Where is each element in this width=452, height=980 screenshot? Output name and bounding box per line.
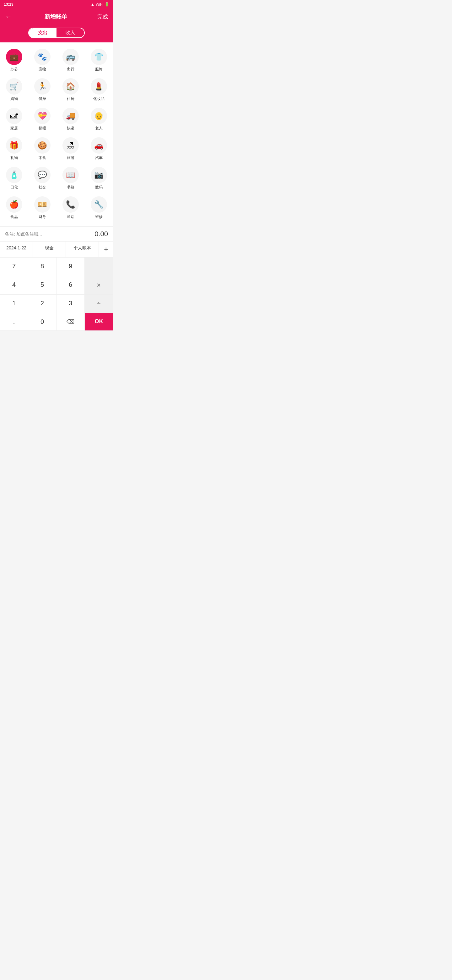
digital-label: 数码 bbox=[95, 185, 103, 190]
category-item-food[interactable]: 🍎食品 bbox=[0, 193, 28, 223]
food-label: 食品 bbox=[10, 214, 18, 220]
category-item-gift[interactable]: 🎁礼物 bbox=[0, 134, 28, 164]
category-item-cosmetics[interactable]: 💄化妆品 bbox=[85, 75, 113, 105]
snack-icon: 🍪 bbox=[34, 137, 51, 154]
repair-icon: 🔧 bbox=[91, 196, 107, 213]
num-btn-2[interactable]: 2 bbox=[28, 294, 57, 313]
category-item-repair[interactable]: 🔧维修 bbox=[85, 193, 113, 223]
clothing-label: 服饰 bbox=[95, 67, 103, 72]
finance-label: 财务 bbox=[39, 214, 46, 220]
pet-icon: 🐾 bbox=[34, 49, 51, 65]
social-label: 社交 bbox=[39, 185, 46, 190]
num-btn-4[interactable]: 4 bbox=[0, 276, 28, 294]
category-item-phone[interactable]: 📞通话 bbox=[57, 193, 85, 223]
category-item-digital[interactable]: 📷数码 bbox=[85, 164, 113, 193]
status-icons: ▲ WiFi 🔋 bbox=[91, 2, 109, 6]
num-btn-1[interactable]: 1 bbox=[0, 294, 28, 313]
phone-icon: 📞 bbox=[62, 196, 79, 213]
category-item-furniture[interactable]: 🛋家居 bbox=[0, 105, 28, 134]
snack-label: 零食 bbox=[39, 155, 46, 161]
num-btn-8[interactable]: 8 bbox=[28, 258, 57, 276]
header: ← 新增账单 完成 bbox=[0, 9, 113, 24]
gift-icon: 🎁 bbox=[6, 137, 22, 154]
category-item-finance[interactable]: 💴财务 bbox=[28, 193, 57, 223]
num-btn-9[interactable]: 9 bbox=[57, 258, 85, 276]
books-label: 书籍 bbox=[67, 185, 75, 190]
tab-expense[interactable]: 支出 bbox=[29, 28, 57, 37]
num-btn--[interactable]: - bbox=[85, 258, 113, 276]
cosmetics-icon: 💄 bbox=[91, 78, 107, 95]
travel-label: 旅游 bbox=[67, 155, 75, 161]
status-bar: 13:13 ▲ WiFi 🔋 bbox=[0, 0, 113, 9]
office-label: 办公 bbox=[10, 67, 18, 72]
note-input[interactable] bbox=[5, 231, 95, 237]
num-btn-0[interactable]: 0 bbox=[28, 313, 57, 331]
num-btn-del[interactable]: ⌫ bbox=[57, 313, 85, 331]
category-item-delivery[interactable]: 🚚快递 bbox=[57, 105, 85, 134]
num-btn-3[interactable]: 3 bbox=[57, 294, 85, 313]
food-icon: 🍎 bbox=[6, 196, 22, 213]
category-item-travel[interactable]: 🏖旅游 bbox=[57, 134, 85, 164]
category-item-elderly[interactable]: 👴老人 bbox=[85, 105, 113, 134]
furniture-label: 家居 bbox=[10, 126, 18, 131]
num-btn-6[interactable]: 6 bbox=[57, 276, 85, 294]
status-time: 13:13 bbox=[4, 2, 14, 6]
elderly-icon: 👴 bbox=[91, 108, 107, 124]
finance-icon: 💴 bbox=[34, 196, 51, 213]
battery-icon: 🔋 bbox=[105, 2, 109, 6]
car-icon: 🚗 bbox=[91, 137, 107, 154]
category-grid: 💼办公🐾宠物🚌出行👕服饰🛒购物🏃健身🏠住房💄化妆品🛋家居💝捐赠🚚快递👴老人🎁礼物… bbox=[0, 42, 113, 226]
phone-label: 通话 bbox=[67, 214, 75, 220]
transport-label: 出行 bbox=[67, 67, 75, 72]
donation-icon: 💝 bbox=[34, 108, 51, 124]
cosmetics-label: 化妆品 bbox=[93, 96, 105, 102]
page-title: 新增账单 bbox=[44, 13, 67, 21]
category-item-fitness[interactable]: 🏃健身 bbox=[28, 75, 57, 105]
num-btn-×[interactable]: × bbox=[85, 276, 113, 294]
num-btn-7[interactable]: 7 bbox=[0, 258, 28, 276]
tab-income[interactable]: 收入 bbox=[57, 28, 84, 37]
back-button[interactable]: ← bbox=[5, 13, 14, 21]
payment-cell[interactable]: 现金 bbox=[33, 242, 66, 257]
pet-label: 宠物 bbox=[39, 67, 46, 72]
transport-icon: 🚌 bbox=[62, 49, 79, 65]
add-button[interactable]: + bbox=[99, 242, 113, 257]
social-icon: 💬 bbox=[34, 167, 51, 183]
date-cell[interactable]: 2024-1-22 bbox=[0, 242, 33, 257]
category-item-daily[interactable]: 🧴日化 bbox=[0, 164, 28, 193]
digital-icon: 📷 bbox=[91, 167, 107, 183]
fitness-icon: 🏃 bbox=[34, 78, 51, 95]
elderly-label: 老人 bbox=[95, 126, 103, 131]
account-cell[interactable]: 个人账本 bbox=[66, 242, 99, 257]
num-btn-.[interactable]: . bbox=[0, 313, 28, 331]
amount-display: 0.00 bbox=[95, 230, 108, 238]
category-item-social[interactable]: 💬社交 bbox=[28, 164, 57, 193]
tab-group: 支出 收入 bbox=[28, 28, 85, 38]
category-item-books[interactable]: 📖书籍 bbox=[57, 164, 85, 193]
furniture-icon: 🛋 bbox=[6, 108, 22, 124]
category-item-housing[interactable]: 🏠住房 bbox=[57, 75, 85, 105]
gift-label: 礼物 bbox=[10, 155, 18, 161]
info-bar: 2024-1-22 现金 个人账本 + bbox=[0, 241, 113, 257]
category-item-clothing[interactable]: 👕服饰 bbox=[85, 46, 113, 75]
delivery-label: 快递 bbox=[67, 126, 75, 131]
category-item-donation[interactable]: 💝捐赠 bbox=[28, 105, 57, 134]
category-item-snack[interactable]: 🍪零食 bbox=[28, 134, 57, 164]
clothing-icon: 👕 bbox=[91, 49, 107, 65]
donation-label: 捐赠 bbox=[39, 126, 46, 131]
wifi-icon: WiFi bbox=[96, 2, 103, 6]
category-item-office[interactable]: 💼办公 bbox=[0, 46, 28, 75]
category-item-shopping[interactable]: 🛒购物 bbox=[0, 75, 28, 105]
num-btn-5[interactable]: 5 bbox=[28, 276, 57, 294]
shopping-icon: 🛒 bbox=[6, 78, 22, 95]
category-item-transport[interactable]: 🚌出行 bbox=[57, 46, 85, 75]
done-button[interactable]: 完成 bbox=[97, 13, 108, 21]
office-icon: 💼 bbox=[6, 49, 22, 65]
books-icon: 📖 bbox=[62, 167, 79, 183]
category-item-pet[interactable]: 🐾宠物 bbox=[28, 46, 57, 75]
travel-icon: 🏖 bbox=[62, 137, 79, 154]
num-btn-ok[interactable]: OK bbox=[85, 313, 113, 331]
category-item-car[interactable]: 🚗汽车 bbox=[85, 134, 113, 164]
num-btn-÷[interactable]: ÷ bbox=[85, 294, 113, 313]
delivery-icon: 🚚 bbox=[62, 108, 79, 124]
